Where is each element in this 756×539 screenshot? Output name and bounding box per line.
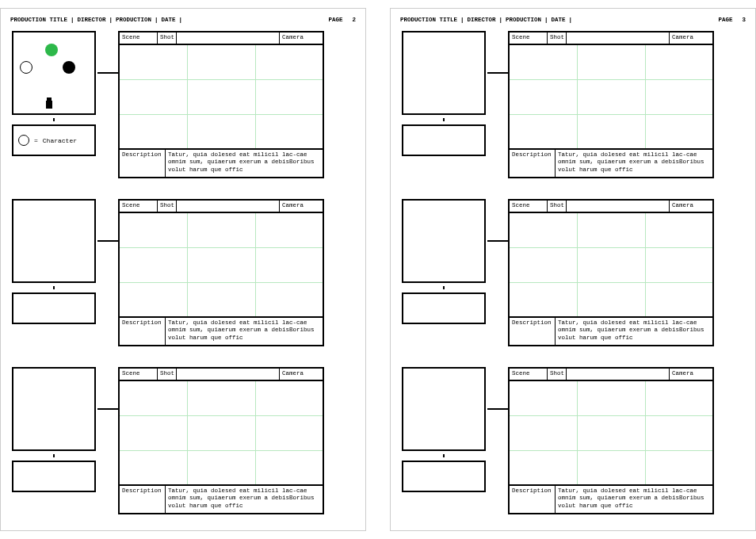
scene-label: Scene: [510, 201, 548, 212]
note-box: [402, 461, 486, 492]
header-fields: PRODUCTION TITLE|DIRECTOR|PRODUCTION|DAT…: [400, 17, 575, 23]
date-label: DATE: [162, 17, 176, 23]
shot-label: Shot: [158, 369, 177, 380]
storyboard-page: PRODUCTION TITLE|DIRECTOR|PRODUCTION|DAT…: [390, 8, 756, 531]
blocking-diagram: [12, 199, 96, 283]
director-label: DIRECTOR: [468, 17, 496, 23]
blocking-diagram: [402, 199, 486, 283]
frame-grid: [510, 381, 712, 484]
shot-value: [567, 32, 670, 44]
production-title-label: PRODUCTION TITLE: [10, 17, 67, 23]
shot-value: [177, 32, 280, 44]
note-box: [402, 124, 486, 156]
description-text: Tatur, quia dolesed eat milicil lac-cae …: [556, 150, 712, 177]
note-box: [12, 292, 96, 324]
camera-label: Camera: [280, 201, 323, 212]
storyboard-row: Scene Shot Camera Description Tatur, qui…: [10, 199, 356, 357]
description-text: Tatur, quia dolesed eat milicil lac-cae …: [166, 318, 323, 345]
connector: [487, 408, 508, 410]
scene-label: Scene: [510, 369, 548, 380]
connector: [97, 240, 118, 242]
date-label: DATE: [552, 17, 566, 23]
shot-value: [177, 369, 280, 380]
blocking-diagram: [402, 31, 486, 115]
page-label: PAGE: [328, 17, 342, 23]
scene-label: Scene: [120, 201, 158, 212]
legend-character-label: Character: [43, 137, 77, 144]
frame-grid: [510, 45, 712, 148]
page-header: PRODUCTION TITLE|DIRECTOR|PRODUCTION|DAT…: [10, 17, 356, 23]
storyboard-page: PRODUCTION TITLE|DIRECTOR|PRODUCTION|DAT…: [0, 8, 366, 531]
camera-label: Camera: [670, 32, 712, 44]
camera-label: Camera: [280, 32, 323, 44]
storyboard-row: Scene Shot Camera Description Tatur, qui…: [400, 31, 746, 189]
storyboard-row: Scene Shot Camera Description Tatur, qui…: [400, 199, 746, 357]
blocking-diagram: [402, 367, 486, 451]
scene-label: Scene: [510, 32, 548, 44]
storyboard-row: = Character Scene Shot Camera Descriptio…: [10, 31, 356, 189]
legend-circle-icon: [18, 135, 29, 146]
character-marker-green: [45, 44, 58, 56]
shot-panel: Scene Shot Camera Description Tatur, qui…: [508, 31, 714, 178]
description-text: Tatur, quia dolesed eat milicil lac-cae …: [556, 486, 712, 513]
header-fields: PRODUCTION TITLE|DIRECTOR|PRODUCTION|DAT…: [10, 17, 185, 23]
production-label: PRODUCTION: [506, 17, 541, 23]
storyboard-row: Scene Shot Camera Description Tatur, qui…: [10, 367, 356, 526]
connector: [487, 240, 508, 242]
production-title-label: PRODUCTION TITLE: [400, 17, 457, 23]
scene-label: Scene: [120, 369, 158, 380]
scene-label: Scene: [120, 32, 158, 44]
shot-value: [567, 201, 670, 212]
description-text: Tatur, quia dolesed eat milicil lac-cae …: [166, 150, 323, 177]
description-text: Tatur, quia dolesed eat milicil lac-cae …: [556, 318, 712, 345]
page-label: PAGE: [718, 17, 732, 23]
storyboard-row: Scene Shot Camera Description Tatur, qui…: [400, 367, 746, 526]
production-label: PRODUCTION: [116, 17, 151, 23]
note-box: [12, 461, 96, 492]
blocking-diagram: [12, 31, 96, 115]
character-marker-black: [63, 61, 75, 74]
frame-grid: [510, 213, 712, 316]
shot-label: Shot: [158, 201, 177, 212]
connector: [97, 408, 118, 410]
frame-grid: [120, 213, 323, 316]
connector: [97, 72, 118, 74]
description-label: Description: [510, 486, 556, 513]
shot-panel: Scene Shot Camera Description Tatur, qui…: [508, 199, 714, 346]
shot-label: Shot: [548, 201, 567, 212]
description-label: Description: [120, 318, 166, 345]
shot-panel: Scene Shot Camera Description Tatur, qui…: [508, 367, 714, 514]
director-label: DIRECTOR: [78, 17, 106, 23]
shot-panel: Scene Shot Camera Description Tatur, qui…: [118, 367, 324, 514]
camera-icon: [45, 97, 53, 109]
legend-box: = Character: [12, 124, 96, 156]
description-label: Description: [120, 486, 166, 513]
description-label: Description: [120, 150, 166, 177]
connector: [487, 72, 508, 74]
page-number-group: PAGE3: [718, 17, 746, 23]
shot-panel: Scene Shot Camera Description Tatur, qui…: [118, 31, 324, 178]
legend-equals: =: [34, 137, 38, 144]
description-label: Description: [510, 150, 556, 177]
shot-label: Shot: [548, 369, 567, 380]
frame-grid: [120, 45, 323, 148]
camera-label: Camera: [280, 369, 323, 380]
note-box: [402, 292, 486, 324]
shot-value: [567, 369, 670, 380]
camera-label: Camera: [670, 369, 712, 380]
camera-label: Camera: [670, 201, 712, 212]
page-number: 3: [742, 17, 746, 23]
description-text: Tatur, quia dolesed eat milicil lac-cae …: [166, 486, 323, 513]
shot-value: [177, 201, 280, 212]
page-number: 2: [352, 17, 356, 23]
blocking-diagram: [12, 367, 96, 451]
frame-grid: [120, 381, 323, 484]
character-marker-white: [20, 61, 32, 74]
shot-panel: Scene Shot Camera Description Tatur, qui…: [118, 199, 324, 346]
page-number-group: PAGE2: [328, 17, 356, 23]
shot-label: Shot: [548, 32, 567, 44]
description-label: Description: [510, 318, 556, 345]
page-header: PRODUCTION TITLE|DIRECTOR|PRODUCTION|DAT…: [400, 17, 746, 23]
shot-label: Shot: [158, 32, 177, 44]
